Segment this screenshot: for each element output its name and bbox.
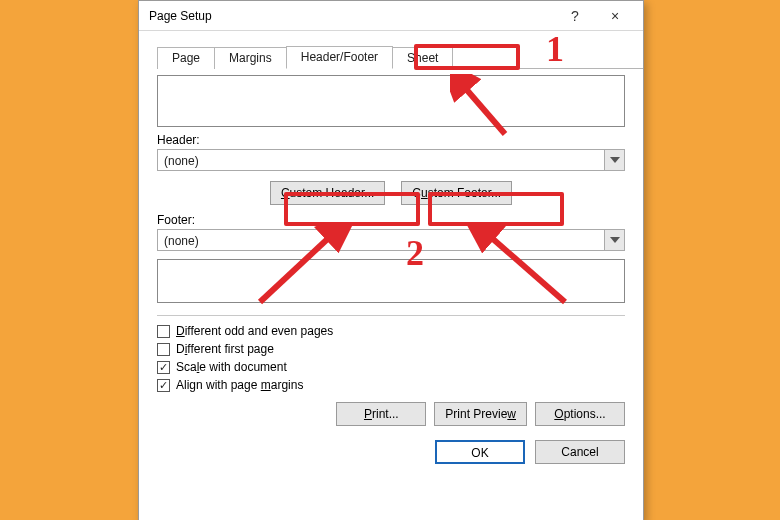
checkbox-align-margins-label: Align with page margins (176, 378, 303, 392)
help-button[interactable]: ? (555, 2, 595, 30)
annotation-number-2: 2 (406, 232, 424, 274)
tab-margins[interactable]: Margins (214, 47, 287, 69)
annotation-arrow-2-left (250, 222, 360, 312)
annotation-box-custom-footer (428, 192, 564, 226)
header-label: Header: (157, 133, 625, 147)
checkbox-diff-odd-even-label: Different odd and even pages (176, 324, 333, 338)
titlebar: Page Setup ? × (139, 1, 643, 31)
ok-button[interactable]: OK (435, 440, 525, 464)
checkbox-diff-first[interactable] (157, 343, 170, 356)
annotation-box-tab (414, 44, 520, 70)
header-preview (157, 75, 625, 127)
header-combo-value: (none) (158, 150, 604, 170)
annotation-number-1: 1 (546, 28, 564, 70)
dialog-title: Page Setup (149, 1, 555, 31)
checkbox-diff-first-label: Different first page (176, 342, 274, 356)
svg-line-0 (460, 82, 505, 134)
print-button[interactable]: Print... (336, 402, 426, 426)
chevron-down-icon (610, 157, 620, 163)
options-button[interactable]: Options... (535, 402, 625, 426)
svg-line-2 (485, 232, 565, 302)
separator (157, 315, 625, 316)
checkbox-diff-odd-even[interactable] (157, 325, 170, 338)
header-combo-arrow[interactable] (604, 150, 624, 170)
cancel-button[interactable]: Cancel (535, 440, 625, 464)
checkbox-scale-doc-label: Scale with document (176, 360, 287, 374)
annotation-arrow-1 (450, 74, 530, 144)
annotation-box-custom-header (284, 192, 420, 226)
chevron-down-icon (610, 237, 620, 243)
tab-page[interactable]: Page (157, 47, 215, 69)
svg-line-1 (260, 232, 335, 302)
footer-combo-arrow[interactable] (604, 230, 624, 250)
checkbox-align-margins[interactable] (157, 379, 170, 392)
tab-strip: Page Margins Header/Footer Sheet (157, 45, 643, 69)
checkbox-scale-doc[interactable] (157, 361, 170, 374)
annotation-arrow-2-right (460, 222, 580, 312)
print-preview-button[interactable]: Print Preview (434, 402, 527, 426)
close-button[interactable]: × (595, 2, 635, 30)
tab-header-footer[interactable]: Header/Footer (286, 46, 393, 69)
header-combo[interactable]: (none) (157, 149, 625, 171)
